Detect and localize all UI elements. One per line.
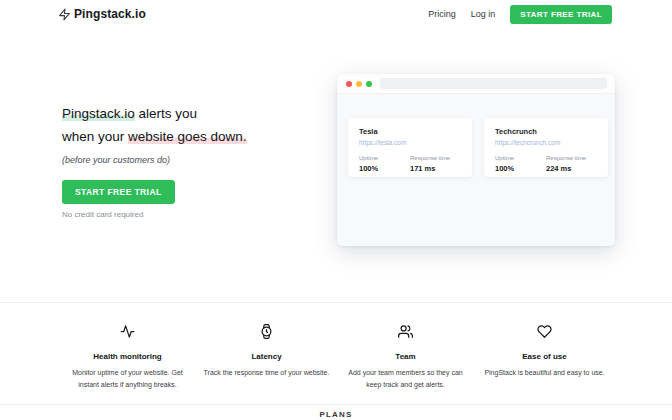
top-navbar: Pingstack.io Pricing Log in START FREE T… [0,0,672,28]
traffic-light-yellow-icon [356,81,362,87]
feature-team: Team Add your team members so they can k… [336,324,475,392]
browser-mockup-window: Tesla https://tesla.com Uptime 100% Resp… [337,74,615,246]
no-credit-card-note: No credit card required [62,210,337,219]
uptime-label: Uptime [495,155,538,161]
hero-title-line2-prefix: when your [62,129,128,144]
hero-section: Pingstack.io alerts you when your websit… [62,102,337,219]
features-top-divider [0,302,672,303]
feature-description: Monitor uptime of your website. Get inst… [64,367,191,392]
nav-links: Pricing Log in START FREE TRIAL [428,5,612,24]
monitor-cards: Tesla https://tesla.com Uptime 100% Resp… [337,94,615,177]
hero-title: Pingstack.io alerts you when your websit… [62,102,337,148]
start-free-trial-button-header[interactable]: START FREE TRIAL [510,5,612,24]
hero-title-highlight-down: website goes down. [128,129,247,144]
watch-icon [259,325,274,342]
landing-page: Pingstack.io Pricing Log in START FREE T… [0,0,672,420]
feature-title: Ease of use [481,352,608,361]
site-url: https://techcrunch.com [495,139,597,146]
users-icon [398,325,413,342]
site-stats: Uptime 100% Response time 224 ms [495,155,597,173]
hero-subtitle: (before your customers do) [62,155,337,165]
brand-name: Pingstack.io [74,7,146,21]
feature-description: Add your team members so they can keep t… [342,367,469,392]
uptime-value: 100% [359,164,402,173]
feature-ease-of-use: Ease of use PingStack is beautiful and e… [475,324,614,392]
uptime-value: 100% [495,164,538,173]
site-stats: Uptime 100% Response time 171 ms [359,155,461,173]
plans-section-heading: PLANS [0,410,672,419]
feature-title: Health monitoring [64,352,191,361]
monitor-card-tesla: Tesla https://tesla.com Uptime 100% Resp… [348,118,472,177]
uptime-stat: Uptime 100% [359,155,402,173]
response-time-label: Response time [546,155,589,161]
response-time-label: Response time [410,155,453,161]
site-url: https://tesla.com [359,139,461,146]
feature-latency: Latency Track the response time of your … [197,324,336,392]
site-name: Techcrunch [495,127,597,136]
feature-title: Team [342,352,469,361]
feature-description: PingStack is beautiful and easy to use. [481,367,608,379]
activity-icon [120,325,135,342]
zap-icon [58,8,71,21]
site-name: Tesla [359,127,461,136]
monitor-card-techcrunch: Techcrunch https://techcrunch.com Uptime… [484,118,608,177]
traffic-lights [346,81,372,87]
start-free-trial-button-hero[interactable]: START FREE TRIAL [62,180,175,204]
nav-link-pricing[interactable]: Pricing [428,9,456,19]
traffic-light-red-icon [346,81,352,87]
uptime-label: Uptime [359,155,402,161]
feature-health-monitoring: Health monitoring Monitor uptime of your… [58,324,197,392]
browser-url-bar [380,78,607,89]
plans-top-divider [0,404,672,405]
response-time-stat: Response time 171 ms [410,155,453,173]
hero-title-line1-rest: alerts you [135,106,197,121]
response-time-value: 224 ms [546,164,589,173]
response-time-stat: Response time 224 ms [546,155,589,173]
feature-description: Track the response time of your website. [203,367,330,379]
uptime-stat: Uptime 100% [495,155,538,173]
traffic-light-green-icon [366,81,372,87]
response-time-value: 171 ms [410,164,453,173]
hero-title-highlight-brand: Pingstack.io [62,106,135,121]
features-row: Health monitoring Monitor uptime of your… [58,324,614,392]
browser-titlebar [337,74,615,94]
nav-link-login[interactable]: Log in [471,9,496,19]
feature-title: Latency [203,352,330,361]
logo[interactable]: Pingstack.io [58,7,146,21]
heart-icon [537,325,552,342]
